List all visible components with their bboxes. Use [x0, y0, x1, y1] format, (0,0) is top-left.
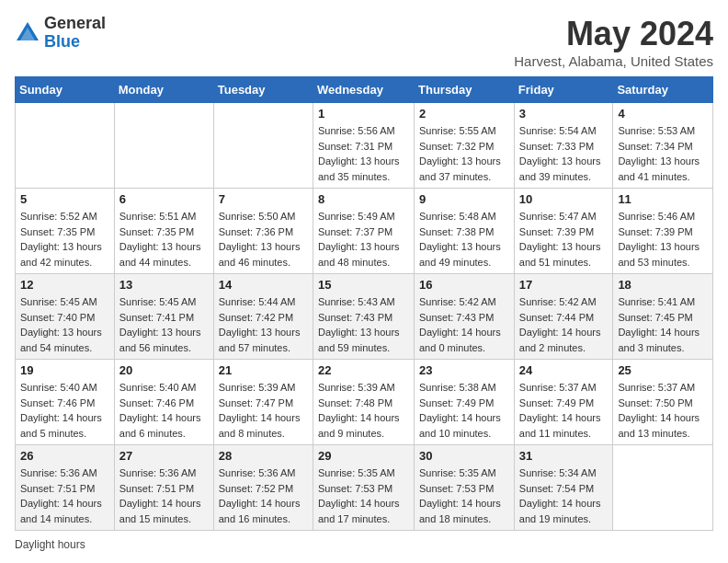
- calendar-cell: 13Sunrise: 5:45 AM Sunset: 7:41 PM Dayli…: [114, 274, 213, 360]
- day-number: 15: [318, 278, 409, 292]
- page-header: General Blue May 2024 Harvest, Alabama, …: [15, 15, 713, 69]
- calendar-cell: [114, 103, 213, 189]
- day-number: 30: [419, 449, 509, 463]
- day-info: Sunrise: 5:40 AM Sunset: 7:46 PM Dayligh…: [20, 380, 109, 441]
- day-number: 9: [419, 192, 509, 206]
- calendar-cell: 16Sunrise: 5:42 AM Sunset: 7:43 PM Dayli…: [415, 274, 515, 360]
- calendar-cell: 8Sunrise: 5:49 AM Sunset: 7:37 PM Daylig…: [313, 189, 414, 274]
- calendar-week-row: 19Sunrise: 5:40 AM Sunset: 7:46 PM Dayli…: [16, 360, 713, 445]
- day-info: Sunrise: 5:50 AM Sunset: 7:36 PM Dayligh…: [219, 209, 308, 270]
- day-number: 21: [219, 363, 308, 377]
- calendar-cell: 31Sunrise: 5:34 AM Sunset: 7:54 PM Dayli…: [514, 445, 613, 531]
- day-info: Sunrise: 5:42 AM Sunset: 7:43 PM Dayligh…: [419, 294, 509, 355]
- calendar-header-row: SundayMondayTuesdayWednesdayThursdayFrid…: [16, 77, 713, 103]
- daylight-hours-label: Daylight hours: [15, 538, 85, 551]
- day-number: 7: [219, 192, 308, 206]
- calendar-cell: 29Sunrise: 5:35 AM Sunset: 7:53 PM Dayli…: [313, 445, 414, 531]
- day-info: Sunrise: 5:53 AM Sunset: 7:34 PM Dayligh…: [618, 123, 708, 184]
- day-info: Sunrise: 5:40 AM Sunset: 7:46 PM Dayligh…: [119, 380, 209, 441]
- day-number: 31: [519, 449, 609, 463]
- day-info: Sunrise: 5:45 AM Sunset: 7:41 PM Dayligh…: [119, 294, 209, 355]
- calendar-dow-tuesday: Tuesday: [213, 77, 313, 103]
- day-info: Sunrise: 5:55 AM Sunset: 7:32 PM Dayligh…: [419, 123, 509, 184]
- day-info: Sunrise: 5:35 AM Sunset: 7:53 PM Dayligh…: [419, 465, 509, 526]
- day-number: 26: [20, 449, 109, 463]
- day-info: Sunrise: 5:37 AM Sunset: 7:49 PM Dayligh…: [519, 380, 609, 441]
- day-info: Sunrise: 5:54 AM Sunset: 7:33 PM Dayligh…: [519, 123, 609, 184]
- calendar-cell: 10Sunrise: 5:47 AM Sunset: 7:39 PM Dayli…: [514, 189, 613, 274]
- calendar-cell: 20Sunrise: 5:40 AM Sunset: 7:46 PM Dayli…: [114, 360, 213, 445]
- day-info: Sunrise: 5:41 AM Sunset: 7:45 PM Dayligh…: [618, 294, 708, 355]
- day-info: Sunrise: 5:45 AM Sunset: 7:40 PM Dayligh…: [20, 294, 109, 355]
- calendar-cell: 30Sunrise: 5:35 AM Sunset: 7:53 PM Dayli…: [415, 445, 515, 531]
- day-number: 29: [318, 449, 409, 463]
- calendar-cell: 2Sunrise: 5:55 AM Sunset: 7:32 PM Daylig…: [415, 103, 515, 189]
- day-number: 6: [119, 192, 209, 206]
- calendar-cell: 11Sunrise: 5:46 AM Sunset: 7:39 PM Dayli…: [613, 189, 713, 274]
- calendar-dow-thursday: Thursday: [415, 77, 515, 103]
- calendar-cell: 27Sunrise: 5:36 AM Sunset: 7:51 PM Dayli…: [114, 445, 213, 531]
- day-info: Sunrise: 5:36 AM Sunset: 7:52 PM Dayligh…: [219, 465, 308, 526]
- calendar-cell: [16, 103, 115, 189]
- day-number: 4: [618, 107, 708, 121]
- calendar-dow-sunday: Sunday: [16, 77, 115, 103]
- day-info: Sunrise: 5:47 AM Sunset: 7:39 PM Dayligh…: [519, 209, 609, 270]
- title-block: May 2024 Harvest, Alabama, United States: [514, 15, 713, 69]
- calendar-dow-monday: Monday: [114, 77, 213, 103]
- calendar-cell: 17Sunrise: 5:42 AM Sunset: 7:44 PM Dayli…: [514, 274, 613, 360]
- day-info: Sunrise: 5:37 AM Sunset: 7:50 PM Dayligh…: [618, 380, 708, 441]
- logo: General Blue: [15, 15, 106, 52]
- calendar-week-row: 26Sunrise: 5:36 AM Sunset: 7:51 PM Dayli…: [16, 445, 713, 531]
- day-info: Sunrise: 5:38 AM Sunset: 7:49 PM Dayligh…: [419, 380, 509, 441]
- day-number: 28: [219, 449, 308, 463]
- day-number: 5: [20, 192, 109, 206]
- calendar-cell: [613, 445, 713, 531]
- calendar-cell: 15Sunrise: 5:43 AM Sunset: 7:43 PM Dayli…: [313, 274, 414, 360]
- logo-general-text: General: [44, 14, 106, 32]
- day-info: Sunrise: 5:46 AM Sunset: 7:39 PM Dayligh…: [618, 209, 708, 270]
- calendar-dow-wednesday: Wednesday: [313, 77, 414, 103]
- calendar-cell: 24Sunrise: 5:37 AM Sunset: 7:49 PM Dayli…: [514, 360, 613, 445]
- day-number: 25: [618, 363, 708, 377]
- calendar-cell: 23Sunrise: 5:38 AM Sunset: 7:49 PM Dayli…: [415, 360, 515, 445]
- calendar-week-row: 5Sunrise: 5:52 AM Sunset: 7:35 PM Daylig…: [16, 189, 713, 274]
- day-info: Sunrise: 5:51 AM Sunset: 7:35 PM Dayligh…: [119, 209, 209, 270]
- day-info: Sunrise: 5:44 AM Sunset: 7:42 PM Dayligh…: [219, 294, 308, 355]
- day-info: Sunrise: 5:39 AM Sunset: 7:48 PM Dayligh…: [318, 380, 409, 441]
- day-number: 16: [419, 278, 509, 292]
- day-number: 24: [519, 363, 609, 377]
- footer: Daylight hours: [15, 538, 713, 551]
- day-number: 3: [519, 107, 609, 121]
- day-info: Sunrise: 5:48 AM Sunset: 7:38 PM Dayligh…: [419, 209, 509, 270]
- calendar-cell: 4Sunrise: 5:53 AM Sunset: 7:34 PM Daylig…: [613, 103, 713, 189]
- day-number: 23: [419, 363, 509, 377]
- calendar-table: SundayMondayTuesdayWednesdayThursdayFrid…: [15, 76, 713, 531]
- calendar-cell: 18Sunrise: 5:41 AM Sunset: 7:45 PM Dayli…: [613, 274, 713, 360]
- day-info: Sunrise: 5:39 AM Sunset: 7:47 PM Dayligh…: [219, 380, 308, 441]
- calendar-week-row: 12Sunrise: 5:45 AM Sunset: 7:40 PM Dayli…: [16, 274, 713, 360]
- day-number: 11: [618, 192, 708, 206]
- day-number: 17: [519, 278, 609, 292]
- day-info: Sunrise: 5:36 AM Sunset: 7:51 PM Dayligh…: [119, 465, 209, 526]
- calendar-cell: 12Sunrise: 5:45 AM Sunset: 7:40 PM Dayli…: [16, 274, 115, 360]
- calendar-dow-saturday: Saturday: [613, 77, 713, 103]
- calendar-cell: 3Sunrise: 5:54 AM Sunset: 7:33 PM Daylig…: [514, 103, 613, 189]
- day-number: 14: [219, 278, 308, 292]
- day-number: 13: [119, 278, 209, 292]
- calendar-cell: 25Sunrise: 5:37 AM Sunset: 7:50 PM Dayli…: [613, 360, 713, 445]
- day-number: 12: [20, 278, 109, 292]
- day-info: Sunrise: 5:35 AM Sunset: 7:53 PM Dayligh…: [318, 465, 409, 526]
- day-info: Sunrise: 5:56 AM Sunset: 7:31 PM Dayligh…: [318, 123, 409, 184]
- calendar-cell: 14Sunrise: 5:44 AM Sunset: 7:42 PM Dayli…: [213, 274, 313, 360]
- day-number: 8: [318, 192, 409, 206]
- day-number: 18: [618, 278, 708, 292]
- day-info: Sunrise: 5:52 AM Sunset: 7:35 PM Dayligh…: [20, 209, 109, 270]
- day-number: 10: [519, 192, 609, 206]
- calendar-cell: 7Sunrise: 5:50 AM Sunset: 7:36 PM Daylig…: [213, 189, 313, 274]
- calendar-cell: 9Sunrise: 5:48 AM Sunset: 7:38 PM Daylig…: [415, 189, 515, 274]
- logo-icon: [15, 20, 40, 46]
- month-title: May 2024: [514, 15, 713, 53]
- calendar-cell: 21Sunrise: 5:39 AM Sunset: 7:47 PM Dayli…: [213, 360, 313, 445]
- day-info: Sunrise: 5:36 AM Sunset: 7:51 PM Dayligh…: [20, 465, 109, 526]
- day-number: 19: [20, 363, 109, 377]
